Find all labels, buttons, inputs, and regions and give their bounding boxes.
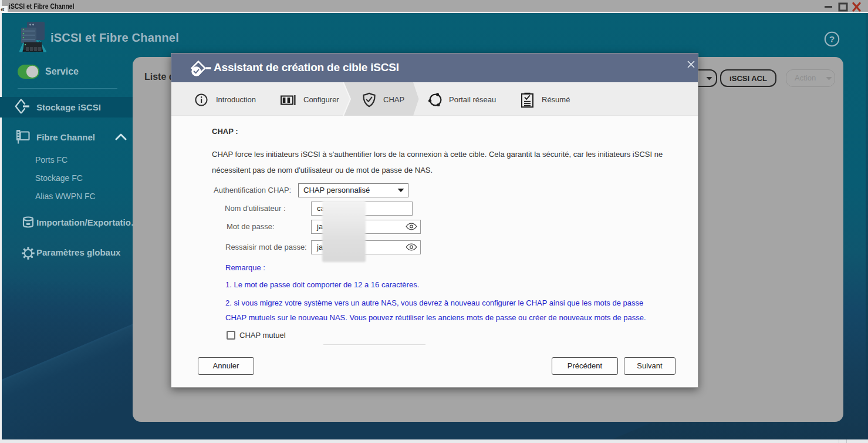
svg-text:?: ? (829, 34, 835, 44)
